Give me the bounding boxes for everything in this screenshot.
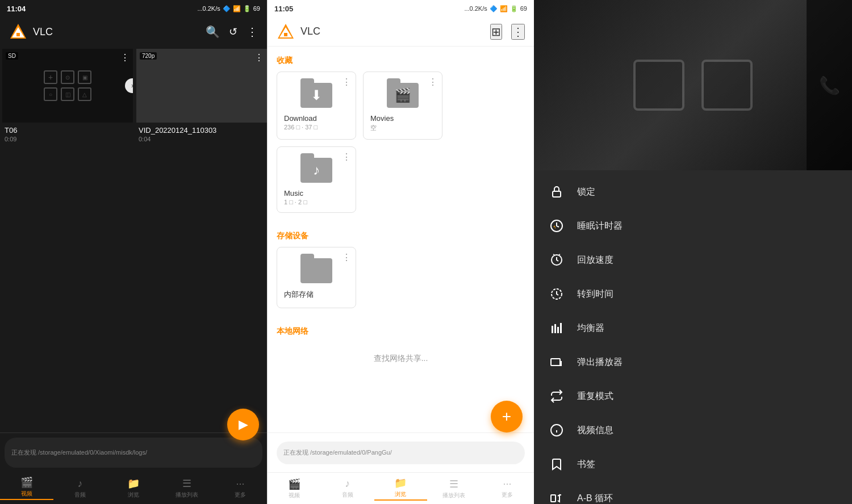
svg-rect-12: [557, 327, 559, 333]
left-header: VLC 🔍 ↺ ⋮: [0, 17, 267, 47]
mid-battery-icon: 🔋: [510, 5, 518, 12]
svg-rect-11: [554, 324, 556, 333]
mid-status-bar: 11:05 ...0.2K/s 🔷 📶 🔋 69: [268, 0, 534, 17]
video-item-2[interactable]: 720p ⋮ VID_20220124_110303 0:04: [136, 49, 267, 430]
search-button[interactable]: 🔍: [206, 25, 220, 39]
mid-bottom-nav: 🎬 视频 ♪ 音频 📁 浏览 ☰ 播放列表 ··· 更多: [268, 472, 534, 504]
video-bg: [534, 0, 852, 170]
menu-item-info[interactable]: 视频信息: [534, 413, 852, 447]
storage-folder-shape: [300, 258, 332, 283]
music-folder[interactable]: ♪ Music 1 □ · 2 □ ⋮: [277, 146, 356, 213]
video-1-more[interactable]: ⋮: [120, 52, 130, 63]
favorites-grid: ⬇ Download 236 □ · 37 □ ⋮ 🎬: [277, 72, 525, 213]
mid-panel: 11:05 ...0.2K/s 🔷 📶 🔋 69 VLC ⊞ ⋮ 收藏: [267, 0, 534, 504]
video-overlay-shapes: [633, 60, 753, 111]
nav-more[interactable]: ··· 更多: [214, 474, 267, 502]
left-status-right: ...0.2K/s 🔷 📶 🔋 69: [197, 5, 260, 12]
more-nav-icon: ···: [236, 478, 244, 490]
mid-nav-video[interactable]: 🎬 视频: [268, 474, 321, 503]
video-2-more[interactable]: ⋮: [254, 52, 264, 63]
nav-browse[interactable]: 📁 浏览: [107, 474, 160, 502]
internal-storage-folder[interactable]: 内部存储 ⋮: [277, 247, 356, 308]
menu-item-bookmark[interactable]: 书签: [534, 447, 852, 481]
mid-nav-browse-label: 浏览: [395, 490, 406, 498]
network-scan-text: 查找网络共享...: [277, 342, 525, 375]
music-more-btn[interactable]: ⋮: [342, 152, 351, 162]
bookmark-icon: [548, 455, 566, 473]
svg-rect-10: [552, 326, 553, 333]
video-nav-icon: 🎬: [20, 476, 33, 489]
lock-label: 锁定: [577, 186, 595, 198]
local-network-title: 本地网络: [277, 317, 525, 342]
menu-item-repeat[interactable]: 重复模式: [534, 379, 852, 413]
grid-view-button[interactable]: ⊞: [490, 24, 502, 40]
mid-header: VLC ⊞ ⋮: [268, 17, 534, 47]
music-folder-icon: ♪: [299, 156, 333, 184]
video-2-name: VID_20220124_110303: [139, 126, 265, 135]
shape-right: [701, 60, 753, 111]
mid-bottom-bar: 正在发现 /storage/emulated/0/PangGu/: [268, 432, 534, 472]
mid-wifi-icon: 📶: [500, 5, 508, 12]
download-folder[interactable]: ⬇ Download 236 □ · 37 □ ⋮: [277, 72, 356, 140]
movies-folder-name: Movies: [370, 114, 435, 123]
ab-loop-icon: [548, 489, 566, 504]
menu-item-speed[interactable]: 回放速度: [534, 243, 852, 277]
mid-more-button[interactable]: ⋮: [511, 24, 525, 40]
menu-item-goto[interactable]: 转到时间: [534, 277, 852, 311]
mid-nav-audio[interactable]: ♪ 音频: [321, 474, 374, 502]
storage-grid: 内部存储 ⋮: [277, 247, 525, 308]
playlist-nav-icon: ☰: [182, 477, 191, 490]
download-more-btn[interactable]: ⋮: [342, 77, 351, 87]
left-status-text: 正在发现 /storage/emulated/0/Xiaomi/misdk/lo…: [5, 438, 262, 468]
menu-list: 锁定 睡眠计时器 回放速度 转到时间 均: [534, 170, 852, 504]
mid-audio-nav-icon: ♪: [345, 478, 350, 490]
mid-video-nav-icon: 🎬: [288, 478, 300, 490]
left-signal: ...0.2K/s: [197, 5, 220, 12]
nav-video[interactable]: 🎬 视频: [0, 473, 53, 503]
mid-content: 收藏 ⬇ Download 236 □ · 37 □ ⋮: [268, 47, 534, 432]
video-1-info: T06 0:09: [2, 123, 133, 146]
movies-more-btn[interactable]: ⋮: [428, 77, 437, 87]
nav-audio[interactable]: ♪ 音频: [53, 474, 107, 502]
mid-status-right: ...0.2K/s 🔷 📶 🔋 69: [464, 5, 527, 12]
menu-item-popout[interactable]: 弹出播放器: [534, 345, 852, 379]
left-app-title: VLC: [33, 26, 200, 38]
video-item-1[interactable]: SD + ⊙ ▣ ○ ◫ △ ⋮ › T06 0: [2, 49, 133, 430]
plus-icon: +: [502, 408, 511, 426]
side-overlay: 📞: [807, 0, 852, 170]
mid-nav-more[interactable]: ··· 更多: [481, 474, 534, 502]
sleep-label: 睡眠计时器: [577, 220, 623, 232]
movies-folder-shape: 🎬: [387, 83, 419, 108]
download-folder-shape: ⬇: [300, 83, 332, 108]
menu-item-sleep[interactable]: 睡眠计时器: [534, 209, 852, 243]
mid-more-icon: ⋮: [512, 26, 524, 38]
history-button[interactable]: ↺: [229, 26, 237, 38]
menu-item-ab-loop[interactable]: A-B 循环: [534, 481, 852, 504]
menu-item-eq[interactable]: 均衡器: [534, 311, 852, 345]
left-more-button[interactable]: ⋮: [247, 25, 258, 39]
repeat-icon: [548, 387, 566, 405]
menu-item-lock[interactable]: 锁定: [534, 175, 852, 209]
nav-more-label: 更多: [235, 491, 246, 499]
mid-nav-playlist[interactable]: ☰ 播放列表: [427, 474, 481, 503]
svg-rect-13: [560, 323, 562, 333]
add-fab[interactable]: +: [491, 401, 523, 432]
more-vert-icon: ⋮: [247, 25, 258, 39]
nav-playlist-label: 播放列表: [176, 491, 198, 499]
eq-label: 均衡器: [577, 322, 604, 334]
nav-audio-label: 音频: [74, 491, 86, 499]
sleep-icon: [548, 217, 566, 235]
play-fab[interactable]: ▶: [227, 409, 259, 440]
internal-storage-more[interactable]: ⋮: [342, 252, 351, 263]
movies-folder[interactable]: 🎬 Movies 空 ⋮: [363, 72, 442, 140]
movies-icon: 🎬: [394, 87, 411, 103]
mid-more-nav-icon: ···: [503, 478, 512, 490]
nav-playlist[interactable]: ☰ 播放列表: [160, 474, 214, 502]
phone-icon: 📞: [819, 75, 840, 95]
grid-icon: ⊞: [491, 26, 501, 38]
left-time: 11:04: [7, 5, 26, 13]
browse-nav-icon: 📁: [127, 477, 140, 490]
mid-nav-browse[interactable]: 📁 浏览: [374, 473, 428, 504]
nav-underline: [0, 499, 53, 500]
shape-left: [633, 60, 684, 111]
